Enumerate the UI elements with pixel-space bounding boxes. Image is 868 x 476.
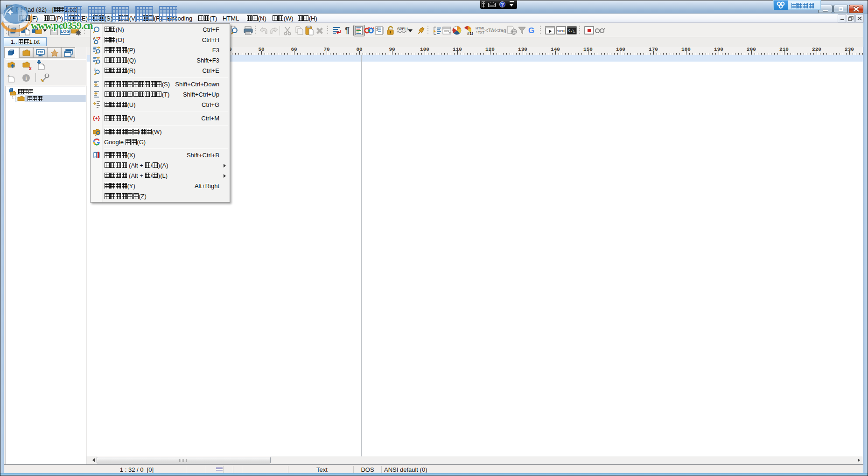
svg-text:Z: Z — [98, 36, 101, 41]
svg-text:i: i — [94, 67, 96, 72]
svg-text:HTML: HTML — [476, 26, 485, 30]
svg-text:G: G — [528, 26, 534, 35]
svg-text:A: A — [93, 36, 96, 41]
svg-text:x: x — [29, 66, 32, 70]
svg-text:#10: #10 — [467, 31, 473, 36]
svg-text:FTP: FTP — [38, 51, 43, 54]
svg-text:SPELL: SPELL — [397, 27, 409, 31]
svg-text:LOG: LOG — [61, 29, 70, 34]
svg-text:<tag: <tag — [496, 28, 506, 33]
svg-text:x: x — [7, 74, 10, 78]
svg-text:TXT: TXT — [478, 30, 485, 35]
svg-text:<TAG: <TAG — [485, 28, 496, 33]
svg-text:1010: 1010 — [557, 29, 566, 33]
svg-text:{+}: {+} — [93, 115, 100, 121]
